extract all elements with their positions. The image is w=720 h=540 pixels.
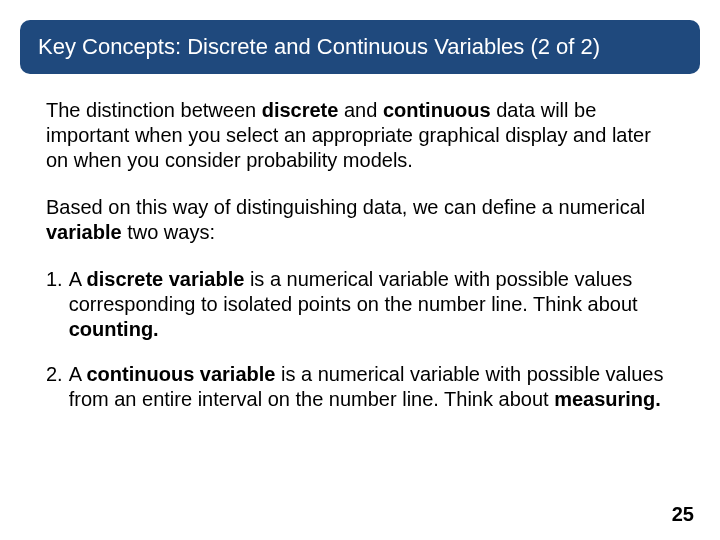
page-number: 25	[672, 503, 694, 526]
bold-continuous-variable: continuous variable	[86, 363, 275, 385]
text: and	[338, 99, 382, 121]
list-item-1: 1. A discrete variable is a numerical va…	[46, 267, 674, 342]
bold-measuring: measuring.	[554, 388, 661, 410]
title-bar: Key Concepts: Discrete and Continuous Va…	[20, 20, 700, 74]
text: Based on this way of distinguishing data…	[46, 196, 645, 218]
bold-continuous: continuous	[383, 99, 491, 121]
bold-discrete-variable: discrete variable	[86, 268, 244, 290]
item-number: 2.	[46, 362, 69, 412]
item-text: A discrete variable is a numerical varia…	[69, 267, 674, 342]
item-text: A continuous variable is a numerical var…	[69, 362, 674, 412]
text: two ways:	[122, 221, 215, 243]
paragraph-1: The distinction between discrete and con…	[46, 98, 674, 173]
text: A	[69, 363, 87, 385]
item-number: 1.	[46, 267, 69, 342]
bold-discrete: discrete	[262, 99, 339, 121]
paragraph-2: Based on this way of distinguishing data…	[46, 195, 674, 245]
slide-body: The distinction between discrete and con…	[46, 98, 674, 432]
slide: Key Concepts: Discrete and Continuous Va…	[0, 0, 720, 540]
text: The distinction between	[46, 99, 262, 121]
list-item-2: 2. A continuous variable is a numerical …	[46, 362, 674, 412]
bold-counting: counting.	[69, 318, 159, 340]
slide-title: Key Concepts: Discrete and Continuous Va…	[38, 34, 600, 60]
text: A	[69, 268, 87, 290]
bold-variable: variable	[46, 221, 122, 243]
